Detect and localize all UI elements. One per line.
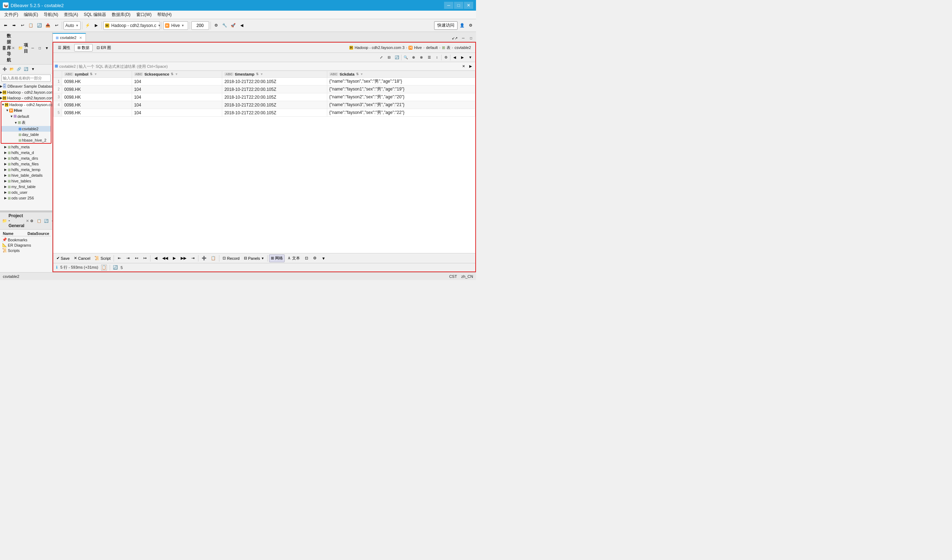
tree-arrow-hive[interactable]: ▼	[6, 109, 9, 112]
tree-item-default[interactable]: ▼ ⊞ default	[2, 113, 51, 119]
cell-ticksequence[interactable]: 104	[132, 85, 222, 93]
tree-item-hadoop1[interactable]: ▶ H Hadoop - cdh2.fayson.com	[0, 89, 52, 95]
toolbar-btn-15[interactable]: ⚙	[467, 21, 474, 30]
minimize-button[interactable]: ─	[444, 2, 453, 9]
cell-tickdata[interactable]: {"name":"fayson1","sex":"男","age":"19"}	[327, 85, 475, 93]
filter-clear-btn[interactable]: ✕	[461, 63, 467, 69]
cell-ticksequence[interactable]: 104	[132, 109, 222, 117]
col-td-sort-icon[interactable]: ⇅	[356, 73, 359, 76]
editor-tab-csvtable2[interactable]: ⊞ csvtable2 ✕	[53, 33, 86, 42]
tree-item-hdfs-meta-dirs[interactable]: ▶ ⊞ hdfs_meta_dirs	[0, 156, 52, 161]
table-row[interactable]: 50098.HK1042018-10-21T22:20:00.105Z{"nam…	[54, 109, 475, 117]
tree-arrow[interactable]: ▶	[0, 85, 3, 88]
refresh-data-btn[interactable]: 🔄	[393, 54, 400, 61]
filter-input[interactable]	[59, 63, 459, 69]
cell-timestamp[interactable]: 2018-10-21T22:20:00.105Z	[222, 85, 327, 93]
filter4-btn[interactable]: ☰	[426, 54, 433, 61]
cell-timestamp[interactable]: 2018-10-21T22:20:00.105Z	[222, 78, 327, 85]
cell-symbol[interactable]: 0098.HK	[62, 109, 132, 117]
tree-item-hive[interactable]: ▼ H Hive	[2, 108, 51, 113]
menu-item----h-[interactable]: 帮助(H)	[155, 11, 175, 19]
cell-tickdata[interactable]: {"name":"fayson","sex":"男","age":"18"}	[327, 78, 475, 85]
toolbar-btn-3[interactable]: ↩	[19, 21, 26, 30]
toolbar-btn-4[interactable]: 📋	[27, 21, 35, 30]
bt-nav1[interactable]: ⇤	[115, 255, 123, 262]
toolbar-btn-11[interactable]: 🔧	[221, 21, 229, 30]
toolbar-btn-8[interactable]: ⚡	[84, 21, 91, 30]
bt-nav2[interactable]: ⇥	[124, 255, 132, 262]
menu-item-----d-[interactable]: 数据库(D)	[109, 11, 133, 19]
view-restore-btn[interactable]: ↙↗	[450, 34, 459, 42]
col-header-timestamp[interactable]: ABC timestamp ⇅ ▼	[222, 71, 327, 78]
extra-view-btn[interactable]: ⊡	[303, 255, 310, 262]
bt-nav-last[interactable]: ⇥	[189, 255, 197, 262]
bt-add-row[interactable]: ➕	[200, 255, 209, 262]
tree-item-hdfs-meta[interactable]: ▶ ⊞ hdfs_meta	[0, 144, 52, 150]
bt-nav3[interactable]: ↤	[132, 255, 140, 262]
tree-item-dbeaver-sample[interactable]: ▶ 🗄 DBeaver Sample Database (SQLite)	[0, 83, 52, 89]
col-td-filter-icon[interactable]: ▼	[360, 73, 363, 76]
record-button[interactable]: ⊡ Record	[221, 255, 241, 262]
tree-arrow[interactable]: ▶	[4, 174, 8, 177]
add-connection-btn[interactable]: ➕	[2, 66, 8, 72]
quick-access-button[interactable]: 快速访问	[434, 21, 457, 30]
tree-item-hadoop3[interactable]: ▼ H Hadoop - cdh2.fayson.com 3	[2, 102, 51, 108]
tree-item-my-first-table[interactable]: ▶ ⊞ my_first_table	[0, 184, 52, 190]
cell-symbol[interactable]: 0098.HK	[62, 85, 132, 93]
tree-arrow-default[interactable]: ▼	[10, 115, 14, 118]
tab-close-btn[interactable]: ✕	[79, 36, 82, 40]
project-tab-label[interactable]: 项目	[24, 42, 28, 54]
toolbar-btn-10[interactable]: ⚙	[212, 21, 220, 30]
project-item-er-diagrams[interactable]: 📐 ER Diagrams	[2, 242, 51, 248]
text-button[interactable]: Ａ 文本	[285, 255, 302, 262]
collapse-panel-btn[interactable]: ─	[29, 45, 36, 51]
cell-symbol[interactable]: 0098.HK	[62, 93, 132, 101]
split-btn[interactable]: ⊟	[385, 54, 393, 61]
panel-menu-btn[interactable]: ▼	[44, 45, 50, 51]
tree-item-hive-tables[interactable]: ▶ ⊞ hive_tables	[0, 178, 52, 184]
project-settings-btn[interactable]: ⚙	[29, 218, 35, 224]
collapse-all-btn[interactable]: 📂	[9, 66, 15, 72]
bt-nav-next-page[interactable]: ▶▶	[179, 255, 188, 262]
cell-timestamp[interactable]: 2018-10-21T22:20:00.105Z	[222, 101, 327, 109]
toolbar-btn-6[interactable]: 📤	[44, 21, 52, 30]
col-symbol-sort-icon[interactable]: ⇅	[90, 73, 93, 76]
tree-item-hive-table-details[interactable]: ▶ ⊞ hive_table_details	[0, 173, 52, 178]
menu-item----f-[interactable]: 文件(F)	[2, 11, 21, 19]
col-header-ticksequence[interactable]: ABC ticksequence ⇅ ▼	[132, 71, 222, 78]
copy-status-btn[interactable]: 📋	[101, 265, 107, 270]
filter1-btn[interactable]: 🔍	[402, 54, 409, 61]
project-panel-close[interactable]: ✕	[26, 219, 29, 223]
view-more-btn[interactable]: ▼	[320, 255, 327, 262]
bt-nav-prev[interactable]: ◀	[152, 255, 160, 262]
col-ts-sort-icon[interactable]: ⇅	[256, 73, 259, 76]
col-symbol-filter-icon[interactable]: ▼	[94, 73, 97, 76]
toolbar-btn-7[interactable]: ↩	[53, 21, 60, 30]
tree-item-hdfs-meta-d[interactable]: ▶ ⊞ hdfs_meta_d	[0, 150, 52, 156]
cell-ticksequence[interactable]: 104	[132, 78, 222, 85]
close-button[interactable]: ✕	[464, 2, 473, 9]
tree-item-hadoop2[interactable]: ▶ H Hadoop - cdh2.fayson.com 2	[0, 95, 52, 101]
sort-btn[interactable]: ↕	[433, 54, 440, 61]
fullscreen-btn[interactable]: ⤢	[378, 54, 385, 61]
db-dropdown[interactable]: H Hive ▼	[163, 21, 188, 30]
tree-arrow[interactable]: ▶	[4, 196, 8, 200]
filter-apply-btn[interactable]: ▶	[467, 63, 474, 69]
filter2-btn[interactable]: ⊕	[410, 54, 417, 61]
col-tickseq-filter-icon[interactable]: ▼	[175, 73, 178, 76]
toolbar-btn-13[interactable]: ◀	[238, 21, 246, 30]
table-row[interactable]: 20098.HK1042018-10-21T22:20:00.105Z{"nam…	[54, 85, 475, 93]
tree-item-ods-user[interactable]: ▶ ⊞ ods_user	[0, 190, 52, 195]
filter3-btn[interactable]: ⊗	[418, 54, 425, 61]
tree-arrow[interactable]: ▼	[2, 103, 5, 106]
cell-symbol[interactable]: 0098.HK	[62, 101, 132, 109]
view-max-btn[interactable]: □	[467, 34, 474, 42]
tree-arrow[interactable]: ▶	[0, 91, 3, 94]
tree-arrow[interactable]: ▶	[4, 185, 8, 188]
toolbar-btn-2[interactable]: ➡	[10, 21, 18, 30]
tree-item-hdfs-meta-temp[interactable]: ▶ ⊞ hdfs_meta_temp	[0, 167, 52, 173]
table-row[interactable]: 30098.HK1042018-10-21T22:20:00.105Z{"nam…	[54, 93, 475, 101]
bt-nav4[interactable]: ↦	[141, 255, 149, 262]
tree-arrow-tables[interactable]: ▼	[14, 121, 18, 125]
tab-properties[interactable]: ☰ 属性	[55, 44, 73, 51]
